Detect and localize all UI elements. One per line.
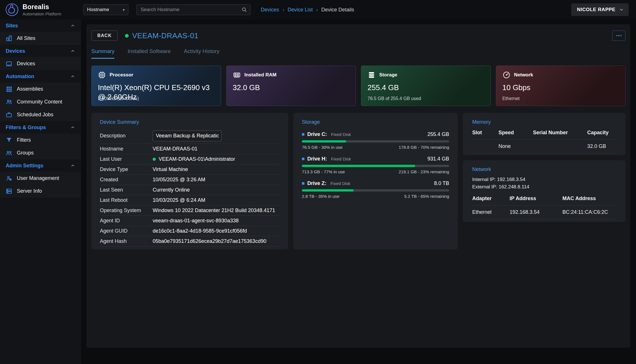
brand: Borealis Automation Platform: [0, 3, 81, 17]
chevron-up-icon: [70, 23, 75, 28]
network-table-header: Adapter IP Address MAC Address: [472, 196, 616, 206]
server-info-icon: [6, 188, 12, 194]
section-label: Devices: [6, 48, 25, 54]
sidebar-section-devices[interactable]: Devices: [0, 45, 81, 57]
all-sites-icon: [6, 35, 12, 42]
row-label: Agent GUID: [100, 228, 153, 234]
sidebar-item-server-info[interactable]: Server Info: [0, 185, 81, 198]
drive-used-text: 2.8 TB - 35% in use: [302, 194, 339, 199]
drive-row-h: Drive H: Fixed Disk 931.4 GB 713.3 GB - …: [302, 156, 449, 174]
chevron-up-icon: [70, 74, 75, 79]
sidebar-item-devices[interactable]: Devices: [0, 57, 81, 70]
ram-icon: [233, 71, 241, 79]
drive-remaining-text: 178.8 GB - 70% remaining: [399, 145, 449, 150]
row-label: Device Type: [100, 166, 153, 172]
back-button[interactable]: BACK: [91, 30, 118, 41]
hostname-filter-select[interactable]: Hostname ▾: [83, 4, 128, 15]
drive-usage-bar: [302, 189, 449, 192]
search-input[interactable]: [136, 4, 251, 15]
stat-card-storage: Storage 255.4 GB 76.5 GB of 255.4 GB use…: [361, 66, 491, 106]
network-title: Network: [472, 166, 616, 172]
sidebar-section-automation[interactable]: Automation: [0, 70, 81, 83]
sidebar-item-label: Devices: [17, 61, 35, 67]
drive-used-text: 76.5 GB - 30% in use: [302, 145, 343, 150]
chevron-up-icon: [70, 48, 75, 54]
tab-installed-software[interactable]: Installed Software: [128, 48, 171, 59]
network-table-row: Ethernet 192.168.3.54 BC:24:11:CA:C6:2C: [472, 206, 616, 219]
memory-header-capacity: Capacity: [587, 130, 616, 136]
external-ip: External IP: 162.248.8.114: [472, 183, 616, 191]
sidebar-item-label: Groups: [17, 150, 34, 156]
breadcrumb-device-list[interactable]: Device List: [288, 7, 313, 13]
tab-activity-history[interactable]: Activity History: [184, 48, 219, 59]
drive-size: 931.4 GB: [427, 156, 449, 162]
device-header: BACK VEEAM-DRAAS-01: [91, 30, 625, 41]
memory-title: Memory: [472, 119, 616, 125]
last-user-value: VEEAM-DRAAS-01\Administrator: [159, 156, 235, 162]
sidebar-item-label: Server Info: [17, 188, 42, 194]
stat-label: Processor: [110, 72, 133, 78]
user-menu-button[interactable]: NICOLE RAPPE: [571, 3, 629, 16]
row-value: 05ba0e7935171d626ecea29b27d7ae175363cd90: [153, 238, 266, 244]
sidebar-section-admin-settings[interactable]: Admin Settings: [0, 159, 81, 172]
row-label: Description: [100, 133, 153, 139]
sidebar-item-scheduled-jobs[interactable]: Scheduled Jobs: [0, 108, 81, 121]
row-label: Last Reboot: [100, 197, 153, 203]
device-summary-row-last-user: Last User VEEAM-DRAAS-01\Administrator: [100, 154, 280, 164]
sidebar-item-all-sites[interactable]: All Sites: [0, 32, 81, 45]
sidebar-item-label: Filters: [17, 137, 31, 143]
row-value: 10/03/2025 @ 6:24 AM: [153, 197, 205, 203]
device-summary-row-last-reboot: Last Reboot 10/03/2025 @ 6:24 AM: [100, 195, 280, 206]
stat-value: 32.0 GB: [233, 83, 350, 92]
drive-type: Fixed Disk: [330, 181, 350, 186]
memory-table-header: Slot Speed Serial Number Capacity: [472, 130, 616, 140]
sidebar-item-user-management[interactable]: User Management: [0, 172, 81, 185]
sidebar-section-sites[interactable]: Sites: [0, 19, 81, 32]
memory-card: Memory Slot Speed Serial Number Capacity…: [463, 113, 625, 155]
internal-ip: Internal IP: 192.168.3.54: [472, 176, 616, 183]
scheduled-jobs-icon: [6, 111, 12, 118]
online-status-dot: [125, 34, 129, 38]
sidebar-section-filters-groups[interactable]: Filters & Groups: [0, 121, 81, 134]
main-panel: BACK VEEAM-DRAAS-01 Summary Installed So…: [86, 24, 630, 348]
sidebar-item-groups[interactable]: Groups: [0, 147, 81, 159]
user-management-icon: [6, 175, 12, 182]
sidebar-item-filters[interactable]: Filters: [0, 134, 81, 147]
breadcrumb-devices[interactable]: Devices: [261, 7, 279, 13]
memory-serial-value: [533, 143, 587, 149]
stat-card-row: Processor Intel(R) Xeon(R) CPU E5-2690 v…: [91, 66, 625, 106]
drive-row-z: Drive Z: Fixed Disk 8.0 TB 2.8 TB - 35% …: [302, 180, 449, 199]
memory-speed-value: None: [498, 143, 533, 149]
stat-label: Storage: [379, 72, 397, 78]
memory-slot-value: [472, 143, 498, 149]
row-value: VEEAM-DRAAS-01: [153, 146, 197, 152]
network-ip-value: 192.168.3.54: [510, 209, 562, 215]
cpu-icon: [98, 71, 106, 79]
sidebar-item-assemblies[interactable]: Assemblies: [0, 83, 81, 95]
tab-bar: Summary Installed Software Activity Hist…: [91, 48, 625, 59]
stat-footer: 76.5 GB of 255.4 GB used: [368, 96, 421, 101]
sidebar-item-community-content[interactable]: Community Content: [0, 95, 81, 108]
row-label: Hostname: [100, 146, 153, 152]
drive-usage-bar: [302, 140, 449, 143]
groups-icon: [6, 150, 12, 156]
memory-header-serial: Serial Number: [533, 130, 587, 136]
sidebar-item-label: User Management: [17, 175, 59, 181]
row-value: VEEAM-DRAAS-01\Administrator: [153, 156, 235, 162]
chevron-up-icon: [70, 125, 75, 130]
row-label: Created: [100, 177, 153, 183]
description-input[interactable]: [153, 131, 222, 141]
sidebar-item-label: Scheduled Jobs: [17, 112, 53, 118]
network-mac-value: BC:24:11:CA:C6:2C: [562, 209, 616, 215]
stat-footer: Ethernet: [502, 96, 520, 101]
content-row: Device Summary Description Hostname VEEA…: [91, 113, 625, 249]
device-summary-row-agent-hash: Agent Hash 05ba0e7935171d626ecea29b27d7a…: [100, 236, 280, 247]
chevron-down-icon: [619, 7, 624, 12]
drive-usage-fill: [302, 189, 354, 192]
network-gauge-icon: [502, 71, 510, 79]
drive-bullet-icon: [302, 158, 304, 160]
topbar: Borealis Automation Platform Hostname ▾ …: [0, 0, 636, 19]
tab-summary[interactable]: Summary: [91, 48, 114, 59]
drive-type: Fixed Disk: [331, 132, 351, 137]
more-actions-button[interactable]: [612, 30, 625, 41]
